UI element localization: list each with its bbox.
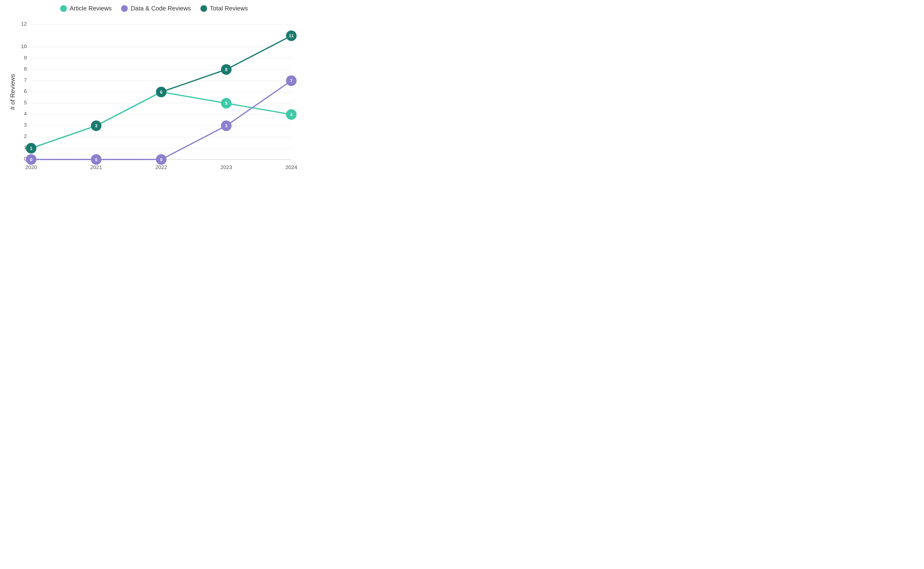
x-label-2020: 2020 xyxy=(25,164,37,170)
y-label-9: 9 xyxy=(24,55,27,61)
label-data-code-2023: 3 xyxy=(225,123,228,128)
label-total-2022: 6 xyxy=(160,90,162,94)
y-label-2: 2 xyxy=(24,133,27,139)
legend-item-total: Total Reviews xyxy=(200,5,248,12)
label-total-2020: 1 xyxy=(30,146,32,151)
x-label-2023: 2023 xyxy=(220,164,232,170)
x-label-2022: 2022 xyxy=(155,164,167,170)
legend-item-article: Article Reviews xyxy=(60,5,112,12)
y-axis-title: # of Reviews xyxy=(9,74,16,110)
label-article-2023: 5 xyxy=(225,101,228,106)
y-label-4: 4 xyxy=(24,111,27,117)
x-label-2024: 2024 xyxy=(285,164,297,170)
chart-svg: 12 10 9 8 7 6 5 4 3 2 1 0 # of Reviews 2… xyxy=(9,19,299,184)
label-data-code-2022: 0 xyxy=(160,157,162,162)
legend-label-data-code: Data & Code Reviews xyxy=(130,5,191,12)
y-label-5: 5 xyxy=(24,100,27,105)
label-data-code-2024: 7 xyxy=(290,78,292,83)
legend-label-total: Total Reviews xyxy=(210,5,248,12)
legend-dot-data-code xyxy=(121,5,128,12)
legend-dot-total xyxy=(200,5,207,12)
x-label-2021: 2021 xyxy=(90,164,102,170)
y-label-10: 10 xyxy=(21,43,27,49)
legend-item-data-code: Data & Code Reviews xyxy=(121,5,191,12)
chart-legend: Article Reviews Data & Code Reviews Tota… xyxy=(60,5,248,12)
label-total-2024: 11 xyxy=(289,33,294,38)
chart-area: 12 10 9 8 7 6 5 4 3 2 1 0 # of Reviews 2… xyxy=(9,19,299,184)
legend-dot-article xyxy=(60,5,67,12)
y-label-3: 3 xyxy=(24,122,27,128)
label-total-2021: 3 xyxy=(95,123,97,128)
y-label-8: 8 xyxy=(24,66,27,72)
y-label-12: 12 xyxy=(21,21,27,27)
label-article-2024: 4 xyxy=(290,112,293,117)
label-data-code-2021: 0 xyxy=(95,157,97,162)
legend-label-article: Article Reviews xyxy=(70,5,112,12)
label-data-code-2020: 0 xyxy=(30,157,32,162)
line-article xyxy=(31,92,291,148)
y-label-7: 7 xyxy=(24,77,27,83)
y-label-6: 6 xyxy=(24,88,27,94)
label-total-2023: 8 xyxy=(225,67,228,72)
